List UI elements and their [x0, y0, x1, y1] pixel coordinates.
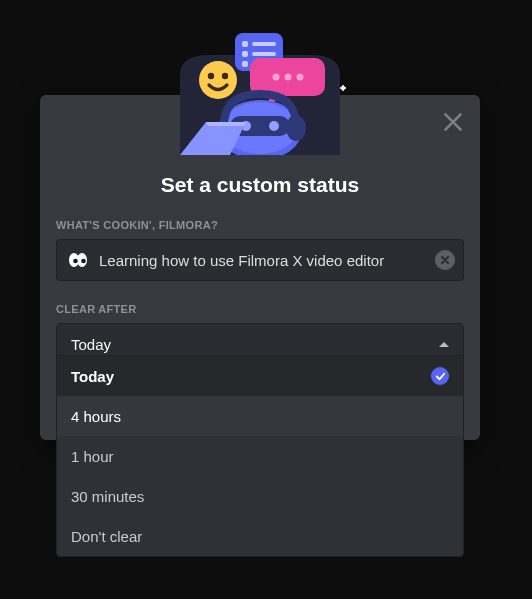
svg-point-17 — [269, 121, 279, 131]
option-label: 4 hours — [71, 408, 121, 425]
status-text-input[interactable] — [99, 252, 435, 269]
svg-rect-5 — [242, 61, 248, 67]
svg-point-21 — [73, 259, 78, 264]
svg-point-10 — [199, 61, 237, 99]
svg-point-22 — [81, 259, 86, 264]
status-prompt-label: WHAT'S COOKIN', FILMORA? — [56, 219, 464, 231]
emoji-picker-button[interactable] — [65, 247, 91, 273]
svg-rect-3 — [242, 51, 248, 57]
svg-rect-2 — [252, 42, 276, 46]
svg-point-11 — [208, 73, 214, 79]
option-label: 1 hour — [71, 448, 114, 465]
close-icon[interactable] — [440, 109, 466, 135]
option-label: Today — [71, 368, 114, 385]
option-label: Don't clear — [71, 528, 142, 545]
clear-option-4-hours[interactable]: 4 hours — [57, 396, 463, 436]
modal-title: Set a custom status — [56, 173, 464, 197]
svg-rect-4 — [252, 52, 276, 56]
clear-option-30-minutes[interactable]: 30 minutes — [57, 476, 463, 516]
svg-point-7 — [273, 74, 280, 81]
svg-rect-1 — [242, 41, 248, 47]
clear-after-selected-value: Today — [71, 336, 111, 353]
clear-after-dropdown: Today 4 hours 1 hour 30 minutes Don't cl… — [56, 355, 464, 557]
clear-option-1-hour[interactable]: 1 hour — [57, 436, 463, 476]
option-label: 30 minutes — [71, 488, 144, 505]
clear-option-dont-clear[interactable]: Don't clear — [57, 516, 463, 556]
clear-status-icon[interactable] — [435, 250, 455, 270]
clear-option-today[interactable]: Today — [57, 356, 463, 396]
chevron-up-icon — [439, 342, 449, 347]
status-input-row — [56, 239, 464, 281]
svg-point-9 — [297, 74, 304, 81]
clear-after-label: CLEAR AFTER — [56, 303, 464, 315]
eyes-icon — [66, 248, 90, 272]
check-icon — [431, 367, 449, 385]
svg-point-18 — [286, 115, 306, 141]
svg-point-8 — [285, 74, 292, 81]
svg-point-12 — [222, 73, 228, 79]
status-hero-illustration — [160, 30, 360, 155]
